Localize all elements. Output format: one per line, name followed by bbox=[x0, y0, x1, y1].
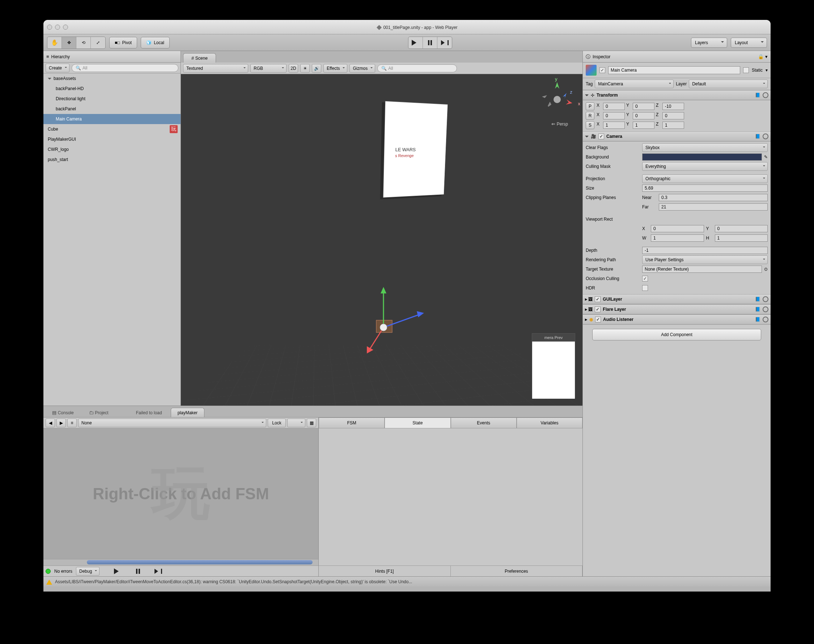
far-field[interactable]: 21 bbox=[659, 203, 768, 210]
layers-dropdown[interactable]: Layers bbox=[691, 38, 727, 48]
rot-y[interactable]: 0 bbox=[633, 112, 655, 120]
close-window-button[interactable] bbox=[47, 25, 52, 30]
background-color[interactable] bbox=[642, 153, 762, 161]
pos-label[interactable]: P bbox=[586, 103, 595, 110]
hand-tool[interactable]: ✋ bbox=[48, 37, 62, 49]
scene-audio-toggle[interactable]: 🔊 bbox=[312, 64, 321, 73]
flarelayer-header[interactable]: ▸ 🖼 Flare Layer📘 bbox=[583, 304, 771, 314]
scene-gizmos-dropdown[interactable]: Gizmos bbox=[350, 64, 375, 73]
pm-canvas[interactable]: Right-Click to Add FSM 玩 bbox=[43, 428, 318, 559]
cullingmask-dropdown[interactable]: Everything bbox=[642, 162, 768, 171]
tab-project[interactable]: 🗀 Project bbox=[83, 408, 115, 417]
scene-render-dropdown[interactable]: RGB bbox=[250, 64, 287, 73]
tree-item-selected[interactable]: Main Camera bbox=[43, 114, 181, 124]
scene-tab[interactable]: # Scene bbox=[183, 53, 216, 63]
projection-dropdown[interactable]: Orthographic bbox=[642, 175, 768, 183]
tab-console[interactable]: ▤ Console bbox=[46, 408, 80, 417]
tab-failed[interactable]: Failed to load bbox=[130, 408, 169, 417]
pm-lock[interactable]: Lock bbox=[268, 419, 286, 427]
gear-icon[interactable] bbox=[763, 133, 768, 139]
move-tool[interactable]: ✥ bbox=[62, 37, 76, 49]
targettex-field[interactable]: None (Render Texture) bbox=[642, 265, 762, 273]
scale-z[interactable]: 1 bbox=[662, 121, 684, 129]
clearflags-dropdown[interactable]: Skybox bbox=[642, 143, 768, 152]
pm-tab-fsm[interactable]: FSM bbox=[319, 417, 385, 428]
scene-view[interactable]: LE WARS s Revenge bbox=[181, 74, 583, 406]
gameobject-name-field[interactable]: Main Camera bbox=[608, 66, 740, 74]
tag-dropdown[interactable]: MainCamera bbox=[595, 80, 674, 88]
scene-search[interactable]: 🔍All bbox=[377, 64, 457, 72]
tree-item[interactable]: PlayMakerGUI bbox=[43, 134, 181, 144]
camera-component-header[interactable]: 🎥 Camera📘 bbox=[583, 131, 771, 141]
pm-mini[interactable]: ▦ bbox=[307, 419, 316, 427]
pm-fwd[interactable]: ▶ bbox=[57, 419, 66, 427]
pm-list[interactable]: ≡ bbox=[67, 419, 77, 427]
rot-z[interactable]: 0 bbox=[662, 112, 684, 120]
gear-icon[interactable] bbox=[763, 317, 768, 322]
status-message[interactable]: Assets/LIBS/iTween/PlayMaker/Editor/iTwe… bbox=[55, 579, 412, 584]
scale-tool[interactable]: ⤢ bbox=[91, 37, 105, 49]
depth-field[interactable]: -1 bbox=[642, 247, 768, 254]
vp-x[interactable]: 0 bbox=[651, 225, 704, 232]
pm-debug-dropdown[interactable]: Debug bbox=[76, 567, 100, 576]
pm-tab-variables[interactable]: Variables bbox=[517, 417, 583, 428]
pm-tab-events[interactable]: Events bbox=[451, 417, 517, 428]
vp-w[interactable]: 1 bbox=[651, 235, 704, 242]
pm-target-dropdown[interactable]: None bbox=[78, 419, 266, 427]
size-field[interactable]: 5.69 bbox=[642, 184, 768, 192]
tree-item[interactable]: Cube玩 bbox=[43, 124, 181, 134]
scene-2d-toggle[interactable]: 2D bbox=[289, 64, 298, 73]
zoom-window-button[interactable] bbox=[63, 25, 68, 30]
gear-icon[interactable] bbox=[763, 296, 768, 302]
pm-play[interactable] bbox=[114, 568, 121, 574]
tree-item[interactable]: push_start bbox=[43, 155, 181, 165]
hdr-checkbox[interactable] bbox=[642, 285, 648, 291]
pm-fsm-dropdown[interactable] bbox=[287, 419, 305, 427]
pm-scrollbar[interactable] bbox=[87, 560, 313, 564]
pm-back[interactable]: ◀ bbox=[46, 419, 55, 427]
pause-button[interactable] bbox=[423, 37, 437, 49]
vp-h[interactable]: 1 bbox=[715, 235, 768, 242]
occlusion-checkbox[interactable] bbox=[642, 276, 648, 282]
tab-playmaker[interactable]: playMaker bbox=[171, 408, 204, 417]
minimize-window-button[interactable] bbox=[55, 25, 60, 30]
audiolistener-header[interactable]: ▸ ◉ Audio Listener📘 bbox=[583, 314, 771, 325]
near-field[interactable]: 0.3 bbox=[659, 194, 768, 201]
scale-label[interactable]: S bbox=[586, 121, 595, 129]
add-component-button[interactable]: Add Component bbox=[592, 329, 761, 340]
pm-pause[interactable] bbox=[136, 569, 140, 574]
play-button[interactable] bbox=[408, 37, 423, 49]
gameobject-enable-checkbox[interactable] bbox=[599, 67, 605, 73]
pm-prefs[interactable]: Preferences bbox=[451, 566, 583, 577]
gear-icon[interactable] bbox=[763, 307, 768, 312]
scene-shading-dropdown[interactable]: Textured bbox=[183, 64, 248, 73]
hierarchy-create[interactable]: Create bbox=[46, 64, 69, 72]
tree-item-baseassets[interactable]: baseAssets bbox=[43, 74, 181, 84]
vp-y[interactable]: 0 bbox=[715, 225, 768, 232]
guilayer-header[interactable]: ▸ 🖼 GUILayer📘 bbox=[583, 294, 771, 304]
orientation-gizmo[interactable]: y x z bbox=[539, 81, 575, 118]
pm-hints[interactable]: Hints [F1] bbox=[319, 566, 451, 577]
rot-x[interactable]: 0 bbox=[603, 112, 625, 120]
tree-item[interactable]: backPanel-HD bbox=[43, 84, 181, 94]
renderpath-dropdown[interactable]: Use Player Settings bbox=[642, 255, 768, 264]
tree-item[interactable]: CWR_logo bbox=[43, 144, 181, 155]
transform-handle[interactable] bbox=[347, 277, 427, 356]
rot-label[interactable]: R bbox=[586, 112, 595, 120]
pos-z[interactable]: -10 bbox=[662, 103, 684, 110]
rotate-tool[interactable]: ⟲ bbox=[76, 37, 91, 49]
pos-x[interactable]: 0 bbox=[603, 103, 625, 110]
tree-item[interactable]: Directional light bbox=[43, 94, 181, 104]
step-button[interactable] bbox=[437, 37, 452, 49]
local-toggle[interactable]: 🧊Local bbox=[141, 37, 170, 49]
pm-tab-state[interactable]: State bbox=[385, 417, 451, 428]
static-checkbox[interactable] bbox=[743, 67, 749, 73]
hierarchy-search[interactable]: 🔍All bbox=[72, 64, 178, 72]
gear-icon[interactable] bbox=[763, 92, 768, 98]
scene-light-toggle[interactable]: ☀ bbox=[300, 64, 310, 73]
gameobject-icon[interactable] bbox=[586, 65, 596, 76]
scene-effects-dropdown[interactable]: Effects bbox=[323, 64, 347, 73]
persp-label[interactable]: ⇐ Persp bbox=[551, 121, 568, 127]
pos-y[interactable]: 0 bbox=[633, 103, 655, 110]
transform-component-header[interactable]: ⊹ Transform📘 bbox=[583, 90, 771, 100]
